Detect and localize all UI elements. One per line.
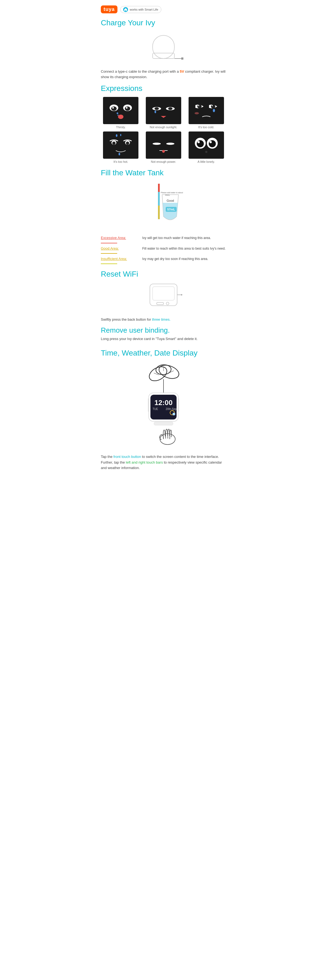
- ivy-charge-svg: [143, 31, 184, 64]
- svg-rect-0: [153, 35, 174, 59]
- svg-marker-57: [181, 294, 183, 296]
- svg-point-25: [116, 134, 118, 137]
- svg-rect-1: [153, 53, 174, 59]
- insufficient-label: Insufficient Area:: [101, 256, 139, 261]
- svg-point-22: [212, 105, 213, 106]
- thirsty-face-svg: [104, 98, 137, 123]
- svg-text:Good: Good: [167, 199, 174, 202]
- svg-point-26: [120, 134, 121, 136]
- svg-point-42: [205, 151, 207, 153]
- expression-face-sunlight: [146, 97, 181, 124]
- reset-wifi-svg: [142, 283, 185, 312]
- svg-point-6: [112, 107, 114, 109]
- svg-point-23: [213, 109, 215, 112]
- reset-body-text: Swiftly press the back button for three …: [101, 317, 226, 323]
- expression-item-lonely: A little lonely.: [186, 132, 226, 163]
- charge-section: Charge Your Ivy Connect a type-c cable t…: [101, 18, 226, 80]
- home-icon: [124, 8, 127, 11]
- excessive-label: Excessive Area:: [101, 235, 139, 240]
- svg-point-9: [126, 107, 128, 109]
- tuya-logo-text: tuya: [104, 6, 115, 12]
- svg-point-37: [197, 140, 204, 147]
- svg-point-31: [118, 153, 120, 156]
- charge-highlight: 5V: [180, 69, 184, 73]
- svg-rect-54: [157, 302, 164, 305]
- svg-point-19: [197, 105, 202, 108]
- legend-row-excessive: Excessive Area: Ivy will get too much wa…: [101, 235, 226, 243]
- svg-point-8: [125, 107, 130, 111]
- svg-point-11: [116, 113, 118, 114]
- svg-text:12:00: 12:00: [155, 399, 173, 407]
- hot-face-svg: [104, 133, 137, 158]
- good-line: [101, 253, 117, 254]
- water-section: Fill the Water Tank Please add water to …: [101, 168, 226, 264]
- svg-point-55: [166, 302, 169, 305]
- header-section: tuya works with Smart Life: [101, 5, 226, 13]
- excessive-line: [101, 243, 117, 243]
- svg-point-16: [168, 107, 172, 110]
- expression-label-cold: It's too cold.: [198, 126, 214, 129]
- svg-rect-53: [153, 286, 174, 300]
- svg-point-33: [166, 143, 174, 145]
- reset-highlight: three times.: [152, 317, 171, 321]
- expression-item-power: Not enough power.: [144, 132, 183, 163]
- charge-body-text: Connect a type-c cable to the charging p…: [101, 69, 226, 80]
- reset-body-before: Swiftly press the back button for: [101, 317, 152, 321]
- time-body-text: Tap the front touch button to switch the…: [101, 454, 226, 471]
- svg-point-35: [162, 150, 165, 153]
- svg-point-20: [198, 105, 199, 106]
- svg-point-28: [112, 142, 116, 145]
- svg-point-10: [118, 115, 123, 119]
- expression-face-thirsty: [103, 97, 139, 124]
- svg-point-14: [155, 107, 159, 110]
- svg-text:60mL: 60mL: [165, 194, 170, 196]
- expression-label-sunlight: Not enough sunlight.: [150, 126, 177, 129]
- svg-point-71: [172, 413, 175, 415]
- svg-point-12: [118, 115, 118, 116]
- insufficient-desc: Ivy may get dry too soon if reaching thi…: [142, 256, 208, 261]
- good-desc: Fill water to reach within this area to …: [142, 246, 226, 251]
- water-tank-svg: Please add water to about 60mL Good 57mL: [136, 181, 191, 230]
- expressions-grid: Thirsty. Not enough sunlight.: [101, 97, 226, 163]
- svg-rect-44: [158, 184, 160, 192]
- expression-label-lonely: A little lonely.: [198, 160, 215, 163]
- lonely-face-svg: [190, 133, 223, 158]
- expression-item-thirsty: Thirsty.: [101, 97, 141, 129]
- svg-point-38: [198, 141, 200, 143]
- expression-item-sunlight: Not enough sunlight.: [144, 97, 183, 129]
- svg-text:TUE: TUE: [153, 407, 158, 410]
- expression-face-cold: [188, 97, 224, 124]
- reset-illustration: [101, 283, 226, 312]
- good-label: Good Area:: [101, 246, 139, 251]
- legend-row-good: Good Area: Fill water to reach within th…: [101, 246, 226, 254]
- water-title: Fill the Water Tank: [101, 168, 226, 178]
- water-legend: Excessive Area: Ivy will get too much wa…: [101, 235, 226, 264]
- svg-point-5: [111, 107, 116, 111]
- power-face-svg: [147, 133, 180, 158]
- reset-title: Reset WiFi: [101, 269, 226, 279]
- sunlight-face-svg: [147, 98, 180, 123]
- expression-label-thirsty: Thirsty.: [116, 126, 126, 129]
- svg-point-40: [209, 140, 216, 147]
- svg-rect-46: [158, 205, 160, 219]
- time-title: Time, Weather, Date Display: [101, 348, 226, 358]
- svg-point-32: [153, 143, 161, 145]
- svg-rect-3: [181, 57, 183, 60]
- svg-rect-74: [178, 398, 179, 412]
- expression-item-hot: It's too hot.: [101, 132, 141, 163]
- time-display-illustration: 12:00 TUE 20th-Sept.: [101, 361, 226, 449]
- svg-text:Please add water to about: Please add water to about: [161, 192, 183, 194]
- smartlife-icon: [123, 7, 128, 12]
- remove-body-text: Long press your Ivy device card in "Tuya…: [101, 336, 226, 342]
- tuya-logo: tuya: [101, 5, 118, 13]
- svg-point-24: [195, 112, 199, 115]
- expression-face-hot: [103, 132, 139, 159]
- excessive-desc: Ivy will get too much water if reaching …: [142, 235, 211, 240]
- svg-text:57mL: 57mL: [167, 208, 175, 211]
- insufficient-line: [101, 264, 117, 264]
- expression-label-power: Not enough power.: [151, 160, 176, 163]
- svg-rect-72: [154, 422, 173, 425]
- remove-title: Remove user binding.: [101, 326, 226, 334]
- time-display-svg: 12:00 TUE 20th-Sept.: [125, 361, 202, 449]
- time-body-before: Tap the: [101, 455, 113, 459]
